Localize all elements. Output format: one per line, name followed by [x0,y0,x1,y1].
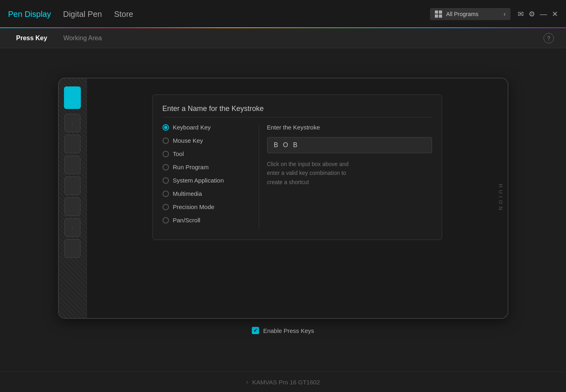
tab-store[interactable]: Store [114,8,133,21]
mail-icon[interactable]: ✉ [518,10,524,18]
settings-icon[interactable]: ⚙ [529,10,535,18]
enable-press-keys-label: Enable Press Keys [263,327,314,334]
device-name-label: KAMVAS Pro 16 GT1602 [252,379,320,386]
dialog-title: Enter a Name for the Keystroke [163,105,432,117]
keystroke-panel-title: Enter the Keystroke [267,124,432,131]
bottom-area: Enable Press Keys [232,319,334,342]
tab-digital-pen[interactable]: Digital Pen [63,8,102,21]
minimize-icon[interactable]: — [540,10,547,18]
tab-pen-display[interactable]: Pen Display [8,8,51,21]
radio-system-application[interactable] [163,177,169,184]
option-system-application[interactable]: System Application [163,177,251,184]
option-pan-scroll[interactable]: Pan/Scroll [163,217,251,224]
label-tool: Tool [173,150,184,157]
press-key-button-3[interactable] [64,156,80,174]
label-system-application: System Application [173,177,224,184]
help-button[interactable]: ? [543,33,554,43]
radio-tool[interactable] [163,151,169,157]
keystroke-hint-text: Click on the input box above andenter a … [267,160,432,187]
option-keyboard-key[interactable]: Keyboard Key [163,124,251,131]
keystroke-dialog: Enter a Name for the Keystroke Keyboard … [152,94,442,240]
checkbox-icon[interactable] [252,327,259,334]
radio-multimedia[interactable] [163,191,169,197]
tablet-screen: HUION Enter a Name for the Keystroke Key… [87,78,508,318]
label-pan-scroll: Pan/Scroll [173,217,200,224]
radio-mouse-key[interactable] [163,138,169,144]
dialog-body: Keyboard Key Mouse Key Tool Run Pro [163,124,432,230]
label-keyboard-key: Keyboard Key [173,124,211,131]
keystroke-entry-panel: Enter the Keystroke B O B Click on the i… [259,124,432,230]
program-chevron[interactable]: ‹ [504,10,506,18]
option-run-program[interactable]: Run Program [163,164,251,170]
program-name: All Programs [446,11,500,17]
radio-pan-scroll[interactable] [163,217,169,224]
label-multimedia: Multimedia [173,190,202,197]
program-selector[interactable]: All Programs ‹ [430,8,510,20]
tab-working-area[interactable]: Working Area [59,35,106,42]
device-chevron-icon[interactable]: › [246,378,248,386]
keystroke-input-field[interactable]: B O B [267,137,432,153]
huion-brand-label: HUION [498,184,504,213]
press-key-active-button[interactable] [64,86,81,109]
topbar-icons: ✉ ⚙ — ✕ [518,10,558,18]
label-run-program: Run Program [173,164,209,170]
option-multimedia[interactable]: Multimedia [163,190,251,197]
tablet-left-strip [59,78,87,318]
radio-run-program[interactable] [163,164,169,170]
tab-press-key[interactable]: Press Key [12,35,51,42]
press-key-button-1[interactable] [64,114,80,132]
tablet-device: HUION Enter a Name for the Keystroke Key… [58,78,508,319]
press-key-button-7[interactable] [64,239,80,258]
subheader: Press Key Working Area ? [0,28,566,48]
press-key-button-5[interactable] [64,197,80,216]
option-tool[interactable]: Tool [163,150,251,157]
option-precision-mode[interactable]: Precision Mode [163,203,251,210]
key-type-options: Keyboard Key Mouse Key Tool Run Pro [163,124,259,230]
enable-press-keys-checkbox[interactable]: Enable Press Keys [252,327,314,334]
radio-precision-mode[interactable] [163,204,169,210]
grid-icon [435,10,442,18]
press-key-button-4[interactable] [64,177,80,195]
option-mouse-key[interactable]: Mouse Key [163,137,251,144]
nav-tabs: Pen Display Digital Pen Store [8,8,133,21]
press-key-button-6[interactable] [64,218,80,237]
close-icon[interactable]: ✕ [552,10,558,18]
main-content: HUION Enter a Name for the Keystroke Key… [0,48,566,371]
label-mouse-key: Mouse Key [173,137,203,144]
radio-keyboard-key[interactable] [163,124,169,131]
press-key-button-2[interactable] [64,135,80,153]
topbar: Pen Display Digital Pen Store All Progra… [0,0,566,28]
label-precision-mode: Precision Mode [173,203,214,210]
device-bar: › KAMVAS Pro 16 GT1602 [0,371,566,392]
topbar-right: All Programs ‹ ✉ ⚙ — ✕ [430,8,558,20]
